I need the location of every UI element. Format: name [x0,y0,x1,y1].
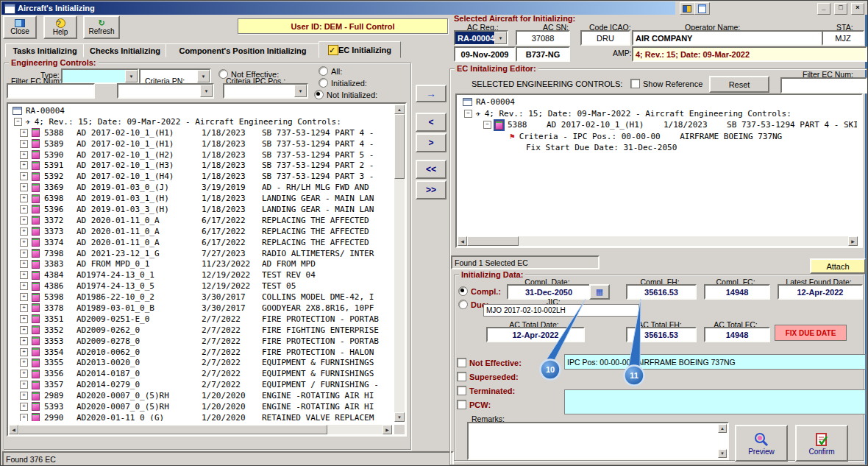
expand-icon[interactable]: + [20,282,28,290]
ec-tree[interactable]: RA-00004 − ✈ 4; Rev.: 15; Date: 09-Mar-2… [7,102,407,437]
tree-group-row[interactable]: − ✈ 4; Rev.: 15; Date: 09-Mar-2022 - Air… [10,116,391,127]
ec-tree-row[interactable]: +5398AD1986-22-10_0_23/30/2017COLLINS MO… [20,292,391,303]
tab-ec-initializing[interactable]: ✓ EC Initializing [319,41,401,58]
tree-root-row[interactable]: RA-00004 [10,105,391,116]
expand-icon[interactable]: + [20,315,28,323]
ec-tree-row[interactable]: +3357AD2014-0279_02/7/2022EQUIPMENT / FU… [20,379,391,390]
superseded-checkbox[interactable]: Superseded: [457,372,519,381]
ec-tree-row[interactable]: +3369AD 2019-01-03_0_(J)3/19/2019AD - RH… [20,182,391,193]
ec-tree-row[interactable]: +5396AD 2019-01-03_3_(H)1/18/2023LANDING… [20,204,391,215]
move-left-button[interactable]: < [416,113,447,132]
compl-fh-field[interactable]: 35616.53 [626,284,697,300]
scroll-left-icon[interactable]: ◀ [9,425,18,434]
ec-tree-row[interactable]: +4386AD1974-24-13_0_512/19/2022TEST 05 [20,280,391,292]
tab-components-position-initializing[interactable]: Component's Position Initializing [166,43,320,57]
selected-ec-tree[interactable]: RA-00004 − ✈ 4; Rev.: 15; Date: 09-Mar-2… [455,93,863,248]
fix-due-row[interactable]: Fix Start Due Date: 31-Dec-2050 [458,142,857,154]
confirm-button[interactable]: Confirm [795,425,848,462]
titlebar-tool-button-2[interactable] [694,2,710,15]
ec-tree-row[interactable]: +5390AD 2017-02-10_1_(H2)1/18/2023SB 737… [20,149,391,160]
collapse-icon[interactable]: − [483,121,491,129]
ec-tree-row[interactable]: +2989AD2020-0007_0_(5)RH1/20/2020ENGINE … [20,390,391,401]
ec-tree-row[interactable]: +3374AD 2020-01-11_0_A6/17/2022REPLACING… [20,237,391,248]
editor-filter-input[interactable] [780,77,867,93]
ec-tree-row[interactable]: +3353AD2009-0278_02/7/2022FIRE PROTECTIO… [20,336,391,347]
ec-tree-row[interactable]: +3373AD 2020-01-11_0_A6/17/2022REPLACING… [20,226,391,237]
ec-tree-row[interactable]: +3352AD2009-0262_02/7/2022FIRE FIGHTING … [20,325,391,336]
expand-icon[interactable]: + [20,370,28,378]
ec-tree-row[interactable]: +3351AD2009-0251-E_02/7/2022FIRE PROTECT… [20,314,391,325]
remarks-textarea[interactable]: ▲ ▼ [467,422,729,460]
ec-tree-row[interactable]: +7398AD 2021-23-12_1_G7/27/2023RADIO ALT… [20,248,391,259]
expand-icon[interactable]: + [20,239,28,247]
title-bar[interactable]: Aircraft's Initializing [1,1,675,15]
ec-tree-row[interactable]: +2990AD2020-01-11_0_(G)1/20/2020RETAINED… [20,412,391,421]
expand-icon[interactable]: + [20,183,28,191]
expand-icon[interactable]: + [20,227,28,236]
radio-not-initialized[interactable]: Not Initialized: [314,90,377,99]
radio-icon[interactable] [458,300,468,309]
maximize-icon[interactable]: □ [834,3,847,15]
horizontal-scrollbar[interactable]: ◀ ▶ [9,425,392,434]
expand-icon[interactable]: + [20,140,28,148]
ec-tree-row[interactable]: +3355AD2013-0020_02/7/2022EQUIPMENT & FU… [20,357,391,368]
criteria-row[interactable]: ⚑ Criteria - IPC Pos.: 00-00-00 AIRFRAME… [458,131,857,143]
expand-icon[interactable]: + [20,392,28,400]
ec-tree-row[interactable]: +3378AD1989-03-01_0_B3/30/2017GOODYEAR 2… [20,303,391,314]
expand-icon[interactable]: + [20,250,28,258]
expand-icon[interactable]: + [20,304,28,312]
expand-icon[interactable]: + [20,205,28,213]
preview-button[interactable]: Preview [735,425,788,462]
ec-tree-row[interactable]: +5388AD 2017-02-10_1_(H1)1/18/2023SB 737… [20,127,391,138]
radio-icon[interactable] [319,78,328,88]
collapse-icon[interactable]: − [464,110,472,118]
expand-icon[interactable]: + [20,129,28,137]
tab-checks-initializing[interactable]: Checks Initializing [83,43,167,57]
scrollbar-thumb[interactable] [18,425,327,434]
tab-tasks-initializing[interactable]: Tasks Initializing [5,43,85,57]
radio-all[interactable]: All: [319,66,342,76]
checkbox-icon[interactable] [457,358,466,367]
chevron-down-icon[interactable]: ▼ [294,85,307,97]
close-button[interactable]: Close [3,15,37,39]
ec-tree-row[interactable]: +3356AD2014-0187_02/7/2022EQUIPMENT & FU… [20,368,391,379]
radio-initialized[interactable]: Initialized: [319,78,367,88]
ec-tree-row[interactable]: +5391AD 2017-02-10_1_(H3)1/18/2023SB 737… [20,160,391,171]
expand-icon[interactable]: + [20,161,28,169]
collapse-icon[interactable]: − [14,118,22,126]
criteria-pn-combobox[interactable]: ▼ [117,83,214,99]
calendar-button[interactable]: ▦ [589,284,610,300]
expand-icon[interactable]: + [20,359,28,367]
scrollbar-thumb[interactable] [394,114,405,179]
titlebar-tool-button-1[interactable] [680,2,695,15]
checkbox-icon[interactable] [457,400,466,409]
chevron-down-icon[interactable]: ▼ [200,85,213,97]
jic-field[interactable]: MJO 2017-02-10-002LH [483,304,639,317]
radio-compl[interactable]: Compl.: [458,286,501,296]
expand-icon[interactable]: + [20,194,28,202]
checkbox-icon[interactable] [457,372,466,381]
expand-icon[interactable]: + [20,260,28,268]
scroll-left-icon[interactable]: ◀ [458,236,467,246]
reset-button[interactable]: Reset [709,76,769,93]
ec-tree-row[interactable]: +3354AD2010-0062_02/7/2022FIRE PROTECTIO… [20,347,391,358]
horizontal-scrollbar[interactable]: ◀ ▶ [458,236,858,246]
scroll-right-icon[interactable]: ▶ [383,425,392,434]
attach-button[interactable]: Attach [810,258,866,274]
minimize-icon[interactable]: _ [817,3,830,15]
not-effective-checkbox[interactable]: Not Effective: [457,358,522,367]
move-all-right-button[interactable]: >> [416,180,447,200]
ec-tree-row[interactable]: +5392AD 2017-02-10_1_(H4)1/18/2023SB 737… [20,171,391,182]
pcw-checkbox[interactable]: PCW: [457,400,491,409]
ec-tree-row[interactable]: +6398AD 2019-01-03_1_(H)1/18/2023LANDING… [20,193,391,204]
close-window-icon[interactable]: × [851,3,864,15]
ec-tree-row[interactable]: +3383AD FROM MPD_0_111/23/2022AD FROM MP… [20,258,391,269]
expand-icon[interactable]: + [20,172,28,180]
expand-icon[interactable]: + [20,381,28,389]
expand-icon[interactable]: + [20,216,28,225]
ec-tree-row[interactable]: +4384AD1974-24-13_0_112/19/2022TEST REV … [20,269,391,280]
radio-icon-selected[interactable] [314,90,324,99]
ac-reg-combobox[interactable]: RA-00004 ▼ [454,30,508,46]
scroll-right-icon[interactable]: ▶ [848,236,858,246]
help-button[interactable]: ? Help [43,15,77,39]
